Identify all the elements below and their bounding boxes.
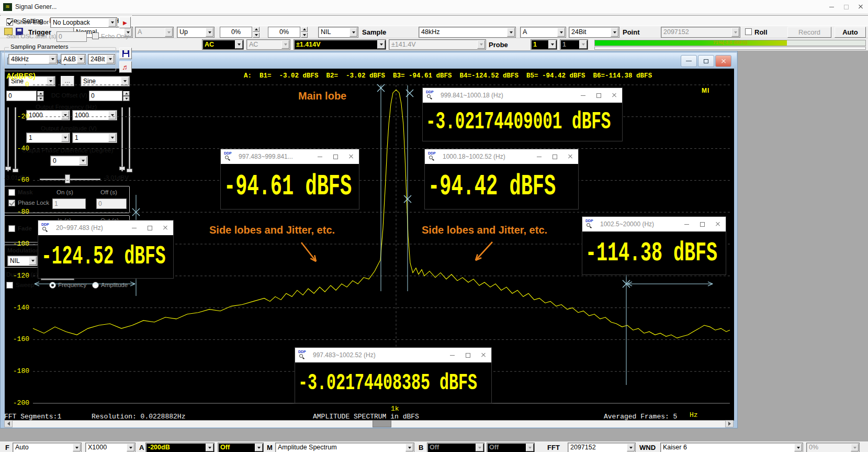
a-range-dropdown[interactable]: -200dB [145,443,215,452]
mode-dropdown[interactable]: Amplitude Spectrum [275,443,414,452]
slider-handle[interactable] [119,167,125,170]
maximize-icon[interactable] [547,151,562,162]
dropdown-arrow-icon[interactable] [106,55,114,63]
slider-handle[interactable] [13,169,18,172]
dropdown-arrow-icon[interactable] [476,444,483,451]
measurement-popup-b3[interactable]: DDP 997.483~999.841... -94.61 dBFS [220,149,359,210]
range-a-dropdown[interactable]: ±1.414V [294,39,386,50]
phase-lock-checkbox[interactable] [8,200,15,206]
sg-rate-dropdown[interactable]: 48kHz [8,54,58,64]
coupling-b-dropdown[interactable]: AC [246,39,290,50]
dropdown-arrow-icon[interactable] [49,55,57,63]
dropdown-arrow-icon[interactable] [579,40,587,49]
maximize-icon[interactable] [839,2,853,12]
slider-handle[interactable] [127,169,132,172]
dc-offset-b-spinner[interactable] [123,91,130,101]
dropdown-arrow-icon[interactable] [235,40,243,49]
signal-generator-titlebar[interactable]: ≋ Signal Gener... [0,0,868,14]
trigger-level-spinner[interactable] [253,27,260,38]
dropdown-arrow-icon[interactable] [73,444,81,451]
dropdown-arrow-icon[interactable] [29,257,37,265]
dropdown-arrow-icon[interactable] [507,28,515,37]
mask-checkbox[interactable] [8,189,15,196]
close-icon[interactable] [606,90,622,101]
trigger-level-input[interactable]: 0% [220,27,252,38]
frequency-mode-dropdown[interactable]: Auto [13,443,82,452]
dropdown-arrow-icon[interactable] [794,444,802,451]
mask-off-input[interactable] [96,199,127,209]
sg-bits-dropdown[interactable]: 24Bit [88,54,115,64]
spectrum-restore-button[interactable] [698,55,714,67]
scrollbar-thumb[interactable] [373,420,391,427]
minimize-icon[interactable] [575,90,591,101]
waveform-b-dropdown[interactable]: Sine [81,76,130,86]
minimize-icon[interactable] [824,2,839,12]
amplitude-a-dropdown[interactable]: 1 [26,133,70,143]
waveform-editor-button[interactable]: ... [61,76,74,86]
dc-offset-b-input[interactable] [89,91,122,101]
start-osc-input[interactable] [57,31,87,42]
trigger-hpf-dropdown[interactable]: NIL [318,27,358,38]
sweep-checkbox[interactable] [6,282,13,289]
close-icon[interactable] [343,151,359,162]
measurement-popup-b2[interactable]: DDP 997.483~1002.52 (Hz) -3.02174408385 … [295,347,492,403]
maximize-icon[interactable] [460,349,476,361]
dropdown-arrow-icon[interactable] [61,134,69,142]
phase-dropdown[interactable]: 0 [50,156,88,166]
minimize-icon[interactable] [679,218,694,230]
save-signal-icon[interactable] [119,48,132,59]
minimize-icon[interactable] [126,222,142,234]
freq-slider-b2[interactable] [129,107,130,171]
record-button[interactable]: Record [787,27,831,38]
slider-handle[interactable] [5,167,11,170]
echo-only-checkbox[interactable] [92,32,99,39]
modulation-type-dropdown[interactable]: NIL [7,256,38,266]
dropdown-arrow-icon[interactable] [851,444,859,451]
fade-checkbox[interactable] [8,225,15,232]
start-button[interactable]: ► [119,17,131,28]
dropdown-arrow-icon[interactable] [108,134,116,142]
sample-channel-dropdown[interactable]: A [520,27,566,38]
show-editor-checkbox[interactable] [6,19,13,26]
dropdown-arrow-icon[interactable] [377,40,385,49]
balance-slider-thumb[interactable] [65,174,70,183]
auto-button[interactable]: Auto [835,27,866,38]
close-icon[interactable] [853,2,868,12]
dropdown-arrow-icon[interactable] [611,28,618,37]
dropdown-arrow-icon[interactable] [548,40,556,49]
trigger-source-dropdown[interactable]: A [135,27,174,38]
dropdown-arrow-icon[interactable] [255,444,263,451]
overlap-dropdown[interactable]: 0% [806,443,860,452]
measurement-popup-b5[interactable]: DDP 1000.18~1002.52 (Hz) -94.42 dBFS [424,149,579,210]
dropdown-arrow-icon[interactable] [206,444,213,451]
spectrum-minimize-button[interactable] [681,55,697,67]
close-icon[interactable] [476,349,491,361]
spectrum-close-button[interactable] [715,55,731,67]
sg-channels-dropdown[interactable]: A&B [61,54,86,64]
a-ref-dropdown[interactable]: Off [218,443,264,452]
dropdown-arrow-icon[interactable] [127,444,134,451]
measurement-popup-b1[interactable]: DDP 999.841~1000.18 (Hz) -3.02174409001 … [422,87,623,141]
dropdown-arrow-icon[interactable] [121,77,129,85]
maximize-icon[interactable] [694,218,710,230]
scroll-left-icon[interactable] [4,420,13,427]
dropdown-arrow-icon[interactable] [477,40,485,49]
dropdown-arrow-icon[interactable] [77,55,85,63]
roll-checkbox[interactable] [745,28,752,35]
loopback-dropdown[interactable]: No Loopback [50,17,117,28]
sweep-amplitude-radio[interactable] [92,282,99,289]
dropdown-arrow-icon[interactable] [79,157,87,165]
close-icon[interactable] [562,151,578,162]
amplitude-b-dropdown[interactable]: 1 [72,133,117,143]
sample-bits-dropdown[interactable]: 24Bit [569,27,619,38]
measurement-popup-b6[interactable]: DDP 1002.5~20000 (Hz) -114.38 dBFS [582,216,726,275]
point-dropdown[interactable]: 2097152 [661,27,740,38]
scroll-right-icon[interactable] [725,420,734,427]
mask-on-input[interactable] [52,199,86,209]
coupling-a-dropdown[interactable]: AC [202,39,244,50]
range-b-dropdown[interactable]: ±141.4V [389,39,486,50]
fft-size-dropdown[interactable]: 2097152 [568,443,636,452]
dropdown-arrow-icon[interactable] [206,28,213,37]
maximize-icon[interactable] [328,151,343,162]
b-range-dropdown[interactable]: Off [427,443,484,452]
